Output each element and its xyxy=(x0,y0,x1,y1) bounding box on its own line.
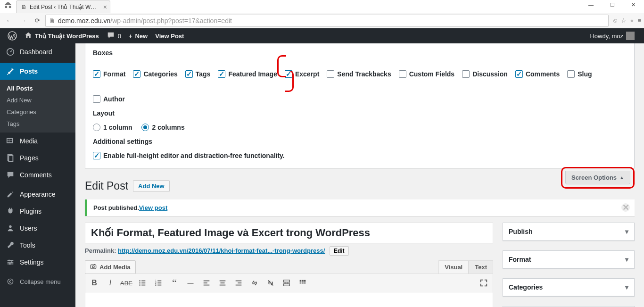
chevron-down-icon[interactable]: ▾ xyxy=(625,228,628,235)
page-icon: 🗎 xyxy=(49,17,55,25)
checkbox-custom-fields[interactable]: Custom Fields xyxy=(399,70,454,78)
menu-plugins[interactable]: Plugins xyxy=(0,203,75,220)
close-icon[interactable]: × xyxy=(103,3,107,11)
checkbox-label: Custom Fields xyxy=(409,70,454,78)
tab-visual[interactable]: Visual xyxy=(438,260,469,274)
bullet-list-button[interactable] xyxy=(136,277,149,289)
checkbox-tags[interactable]: Tags xyxy=(185,70,211,78)
plus-icon: + xyxy=(129,33,132,40)
menu-pages[interactable]: Pages xyxy=(0,149,75,166)
menu-label: Comments xyxy=(20,171,52,179)
submenu-add-new[interactable]: Add New xyxy=(0,94,75,106)
strikethrough-button[interactable]: ABE xyxy=(120,277,132,289)
readmore-button[interactable] xyxy=(281,277,293,289)
menu-icon[interactable]: ≡ xyxy=(637,17,641,24)
post-title-input[interactable] xyxy=(85,223,493,243)
link-button[interactable] xyxy=(248,277,261,289)
align-right-button[interactable] xyxy=(232,277,245,289)
svg-rect-42 xyxy=(302,282,304,284)
svg-rect-29 xyxy=(204,285,210,286)
reload-button[interactable]: ⟳ xyxy=(31,15,43,27)
checkbox-slug[interactable]: Slug xyxy=(567,70,592,78)
publish-box-header[interactable]: Publish▾ xyxy=(503,223,634,241)
checkbox-send-trackbacks[interactable]: Send Trackbacks xyxy=(327,70,391,78)
add-new-button[interactable]: Add New xyxy=(133,180,170,192)
view-post-link[interactable]: View post xyxy=(139,204,167,211)
checkbox-featured-image[interactable]: Featured Image xyxy=(218,70,277,78)
site-name-link[interactable]: Thủ Thuật WordPress xyxy=(21,28,103,43)
submenu-posts: All Posts Add New Categories Tags xyxy=(0,80,75,133)
checkbox-categories[interactable]: Categories xyxy=(133,70,177,78)
minimize-button[interactable]: — xyxy=(580,0,602,9)
menu-appearance[interactable]: Appearance xyxy=(0,186,75,203)
checkbox-label: Enable full-height editor and distractio… xyxy=(103,152,285,159)
forward-button[interactable]: → xyxy=(17,15,29,27)
translate-icon[interactable]: ⎋ xyxy=(613,17,617,24)
menu-label: Appearance xyxy=(20,191,56,198)
hr-button[interactable]: — xyxy=(184,277,197,289)
checkbox-author[interactable]: Author xyxy=(93,95,125,103)
back-button[interactable]: ← xyxy=(3,15,15,27)
menu-media[interactable]: Media xyxy=(0,133,75,149)
menu-tools[interactable]: Tools xyxy=(0,237,75,254)
radio-2-columns[interactable]: 2 columns xyxy=(141,124,184,131)
menu-dashboard[interactable]: Dashboard xyxy=(0,43,75,60)
profile-icon[interactable]: ● xyxy=(630,17,634,24)
editor-content[interactable] xyxy=(85,292,493,307)
tab-text[interactable]: Text xyxy=(469,260,493,274)
omnibox[interactable]: 🗎 demo.moz.edu.vn/wp-admin/post.php?post… xyxy=(45,15,609,27)
view-post-link[interactable]: View Post xyxy=(151,28,188,43)
postbox-title: Categories xyxy=(509,283,543,291)
wp-logo[interactable] xyxy=(4,28,21,43)
permalink-edit-button[interactable]: Edit xyxy=(330,246,349,256)
screen-options-toggle[interactable]: Screen Options ▲ xyxy=(565,171,630,184)
format-box: Format▾ xyxy=(503,250,635,269)
close-button[interactable]: ✕ xyxy=(623,0,644,9)
collapse-menu[interactable]: Collapse menu xyxy=(0,273,75,290)
browser-tab[interactable]: 🗎 Edit Post ‹ Thủ Thuật Wor… × xyxy=(16,0,110,13)
blockquote-button[interactable]: “ xyxy=(168,277,181,289)
submenu-tags[interactable]: Tags xyxy=(0,118,75,130)
checkbox-label: Slug xyxy=(578,70,592,78)
format-box-header[interactable]: Format▾ xyxy=(503,251,634,268)
chevron-down-icon[interactable]: ▾ xyxy=(625,283,628,291)
radio-1-column[interactable]: 1 column xyxy=(93,124,132,131)
submenu-categories[interactable]: Categories xyxy=(0,106,75,118)
menu-users[interactable]: Users xyxy=(0,220,75,237)
editor-main: Permalink: http://demo.moz.edu.vn/2016/0… xyxy=(85,223,493,307)
new-content-link[interactable]: + New xyxy=(125,28,151,43)
menu-comments[interactable]: Comments xyxy=(0,166,75,183)
fullscreen-button[interactable] xyxy=(478,277,490,289)
url-path: /wp-admin/post.php?post=17&action=edit xyxy=(110,17,232,25)
categories-box: Categories▾ xyxy=(503,278,635,297)
checkbox-comments[interactable]: Comments xyxy=(515,70,560,78)
maximize-button[interactable]: ☐ xyxy=(602,0,623,9)
permalink-url[interactable]: http://demo.moz.edu.vn/2016/07/11/khoi-f… xyxy=(118,247,325,254)
menu-posts[interactable]: Posts xyxy=(0,63,75,80)
checkbox-discussion[interactable]: Discussion xyxy=(462,70,508,78)
howdy-link[interactable]: Howdy, moz xyxy=(586,28,638,43)
italic-button[interactable]: I xyxy=(104,277,116,289)
highlight-annotation: Screen Options ▲ xyxy=(561,167,635,189)
align-center-button[interactable] xyxy=(216,277,229,289)
tools-icon xyxy=(6,241,15,250)
svg-rect-4 xyxy=(8,156,13,162)
submenu-all-posts[interactable]: All Posts xyxy=(0,83,75,94)
additional-heading: Additional settings xyxy=(93,138,627,145)
categories-box-header[interactable]: Categories▾ xyxy=(503,279,634,296)
bookmark-icon[interactable]: ☆ xyxy=(621,17,627,24)
add-media-button[interactable]: Add Media xyxy=(85,260,136,274)
chevron-down-icon[interactable]: ▾ xyxy=(625,256,628,263)
menu-settings[interactable]: Settings xyxy=(0,254,75,271)
triangle-up-icon: ▲ xyxy=(619,175,624,180)
checkbox-format[interactable]: Format xyxy=(93,70,125,78)
align-left-button[interactable] xyxy=(200,277,213,289)
toolbar-toggle-button[interactable] xyxy=(297,277,309,289)
unlink-button[interactable] xyxy=(264,277,277,289)
checkbox-excerpt[interactable]: Excerpt xyxy=(285,70,319,78)
numbered-list-button[interactable]: 123 xyxy=(152,277,165,289)
comments-link[interactable]: 0 xyxy=(103,28,125,43)
checkbox-full-height[interactable]: Enable full-height editor and distractio… xyxy=(93,152,627,159)
bold-button[interactable]: B xyxy=(88,277,100,289)
dismiss-icon[interactable]: ✕ xyxy=(621,203,630,212)
